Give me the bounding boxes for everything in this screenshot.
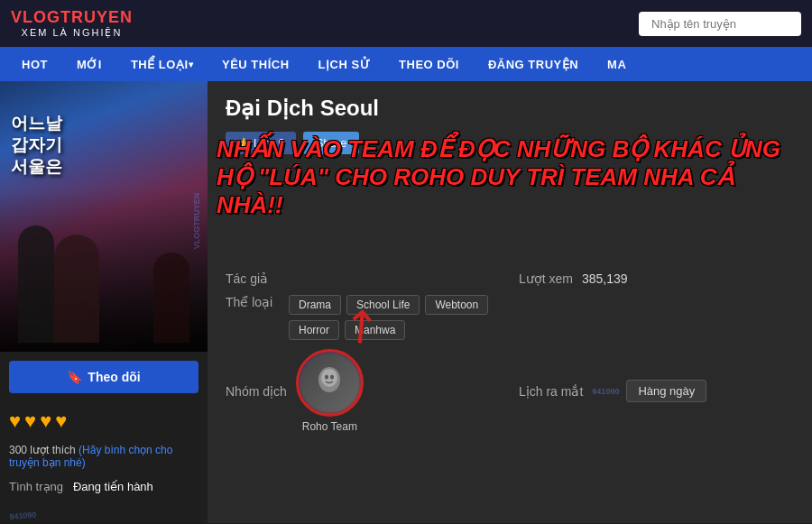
heart-2[interactable]: ♥	[24, 409, 36, 433]
lich-ra-mat-value-area: 941090 Hàng ngày	[592, 380, 706, 402]
team-avatar-inner	[300, 354, 359, 412]
nav-bar: HOT MỚI THỂ LOẠI YÊU THÍCH LỊCH SỬ THEO …	[0, 47, 812, 81]
logo-area[interactable]: VLOGTRUYEN XEM LÀ NGHIỆN	[11, 8, 133, 39]
tac-gia-label: Tác giả	[226, 271, 280, 286]
team-avatar[interactable]	[296, 349, 364, 417]
logo-sub: XEM LÀ NGHIỆN	[22, 27, 123, 39]
heart-1[interactable]: ♥	[9, 409, 21, 433]
status-value: Đang tiến hành	[73, 480, 153, 493]
nav-item-yeuthich[interactable]: YÊU THÍCH	[208, 47, 304, 81]
manga-title: Đại Dịch Seoul	[226, 96, 794, 121]
nav-item-theodoi[interactable]: THEO DÕI	[384, 47, 474, 81]
team-name: Roho Team	[302, 420, 357, 433]
status-label: Tình trạng	[9, 480, 63, 493]
action-buttons: Like 0 Share	[226, 132, 794, 154]
likes-info: 300 lượt thích (Hãy bình chọn cho truyện…	[0, 440, 208, 473]
nav-item-theloai[interactable]: THỂ LOẠI	[116, 47, 208, 81]
sidebar: ROHOTEAM 어느날갑자기서울은 VLOGTRUYEN Theo dõi ♥…	[0, 81, 208, 523]
nav-item-hot[interactable]: HOT	[7, 47, 62, 81]
the-loai-label: Thể loại	[226, 295, 280, 309]
info-grid: Tác giả Lượt xem 385,139 Thể loại Drama …	[226, 271, 794, 433]
like-button[interactable]: Like 0	[226, 132, 296, 154]
svg-point-1	[321, 369, 337, 387]
likes-count: 300 lượt thích	[9, 444, 76, 456]
overlay-line2: HỘ "LÚA" CHO ROHO DUY TRÌ TEAM NHA CẢ NH…	[217, 163, 803, 219]
nhom-dich-row: Nhóm dịch ↗	[226, 349, 501, 433]
tags-container: Drama School Life Webtoon Horror Manhwa	[289, 295, 501, 340]
tag-drama[interactable]: Drama	[289, 295, 341, 315]
nav-item-moi[interactable]: MỚI	[62, 47, 116, 81]
the-loai-row: Thể loại Drama School Life Webtoon Horro…	[226, 295, 501, 340]
team-avatar-wrapper[interactable]: Roho Team	[296, 349, 364, 433]
main-area: Đại Dịch Seoul Like 0 Share NHẤN VÀO TEA…	[208, 81, 812, 523]
hearts-row: ♥ ♥ ♥ ♥	[0, 402, 208, 440]
lich-ra-mat-row: Lịch ra mắt 941090 Hàng ngày	[519, 349, 794, 433]
manga-cover: ROHOTEAM 어느날갑자기서울은 VLOGTRUYEN	[0, 81, 208, 352]
empty-cell	[519, 295, 794, 340]
logo-top: VLOGTRUYEN	[11, 8, 133, 27]
svg-point-2	[325, 374, 328, 379]
tac-gia-row: Tác giả	[226, 271, 501, 286]
tag-school[interactable]: School Life	[346, 295, 420, 315]
nav-item-lichsu[interactable]: LỊCH SỬ	[304, 47, 385, 81]
cover-watermark: VLOGTRUYEN	[193, 193, 202, 250]
content-area: ROHOTEAM 어느날갑자기서울은 VLOGTRUYEN Theo dõi ♥…	[0, 81, 812, 523]
nhom-dich-area: ↗	[296, 349, 364, 433]
lich-ra-mat-label: Lịch ra mắt	[519, 384, 583, 399]
tag-manhwa[interactable]: Manhwa	[345, 320, 405, 340]
heart-4[interactable]: ♥	[55, 409, 67, 433]
like-label: Like 0	[254, 136, 285, 150]
luot-xem-label: Lượt xem	[519, 271, 573, 286]
tag-webtoon[interactable]: Webtoon	[425, 295, 488, 315]
luot-xem-row: Lượt xem 385,139	[519, 271, 794, 286]
luot-xem-value: 385,139	[582, 271, 628, 286]
nav-item-dangtruyen[interactable]: ĐĂNG TRUYỆN	[474, 47, 593, 81]
lich-ra-mat-value: Hàng ngày	[626, 380, 706, 402]
search-input[interactable]	[639, 12, 801, 36]
header: VLOGTRUYEN XEM LÀ NGHIỆN	[0, 0, 812, 47]
share-button[interactable]: Share	[303, 132, 360, 154]
heart-3[interactable]: ♥	[40, 409, 51, 433]
nav-item-ma[interactable]: MA	[593, 47, 641, 81]
watermark-number: 941090	[592, 387, 619, 396]
nhom-dich-label: Nhóm dịch	[226, 384, 287, 399]
follow-label: Theo dõi	[88, 370, 140, 384]
svg-point-3	[330, 374, 334, 379]
tag-horror[interactable]: Horror	[289, 320, 339, 340]
share-label: Share	[316, 136, 347, 150]
follow-button[interactable]: Theo dõi	[9, 361, 198, 393]
